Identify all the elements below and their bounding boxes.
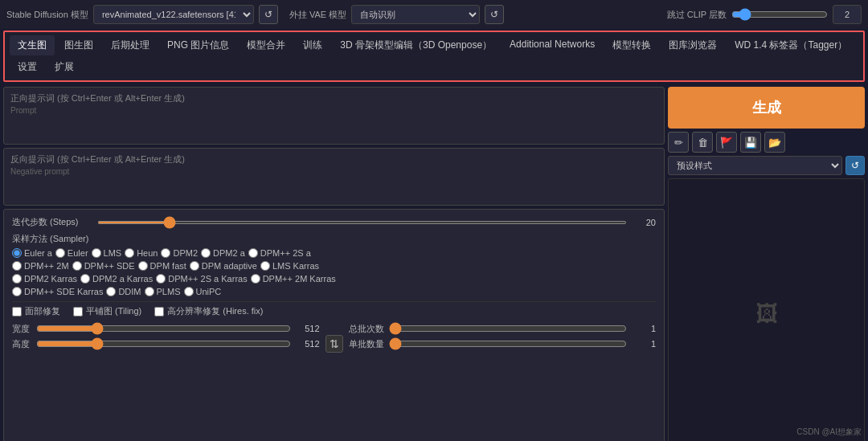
pencil-btn[interactable]: ✏ <box>668 132 689 153</box>
height-row: 高度 512 <box>12 337 320 350</box>
dimensions-section: 宽度 512 高度 512 ⇅ 总批次数 <box>12 322 656 353</box>
sampler-label: 采样方法 (Sampler) <box>12 233 656 245</box>
preset-reload-btn[interactable]: ↺ <box>845 156 865 175</box>
tab-txt2img[interactable]: 文生图 <box>10 35 55 55</box>
preset-row: 预设样式 ↺ <box>668 156 865 175</box>
sampler-unipc[interactable]: UniPC <box>184 287 222 296</box>
sampler-dpppp2sa-karras[interactable]: DPM++ 2S a Karras <box>156 274 247 284</box>
sampler-dpm-fast[interactable]: DPM fast <box>138 261 186 271</box>
sampler-dpm2[interactable]: DPM2 <box>161 248 198 258</box>
save-btn[interactable]: 💾 <box>740 132 761 153</box>
image-preview: 🖼 <box>668 178 865 441</box>
width-row: 宽度 512 <box>12 322 320 335</box>
sampler-dpppp-sde[interactable]: DPM++ SDE <box>72 261 135 271</box>
batch-count-label: 总批次数 <box>349 323 384 335</box>
sampler-dpm2a-karras[interactable]: DPM2 a Karras <box>80 274 153 284</box>
action-bar: ✏ 🗑 🚩 💾 📂 <box>668 132 865 153</box>
batch-size-row: 单批数量 1 <box>349 337 657 350</box>
width-value: 512 <box>296 324 320 333</box>
folder-btn[interactable]: 📂 <box>764 132 785 153</box>
steps-value: 20 <box>632 218 656 227</box>
sampler-euler-a[interactable]: Euler a <box>12 248 52 258</box>
sampler-dpppp-sde-karras[interactable]: DPM++ SDE Karras <box>12 287 103 296</box>
wh-left-group: 宽度 512 高度 512 <box>12 322 320 350</box>
tab-convert[interactable]: 模型转换 <box>604 35 659 55</box>
sampler-heun[interactable]: Heun <box>125 248 158 258</box>
tab-settings[interactable]: 设置 <box>10 57 45 77</box>
left-panel: 正向提示词 (按 Ctrl+Enter 或 Alt+Enter 生成) Prom… <box>3 87 665 441</box>
vae-refresh-btn[interactable]: ↺ <box>485 5 504 24</box>
tab-train[interactable]: 训练 <box>295 35 330 55</box>
tab-merge[interactable]: 模型合并 <box>239 35 293 55</box>
nav-tabs: 文生图 图生图 后期处理 PNG 图片信息 模型合并 训练 3D 骨架模型编辑（… <box>3 31 865 82</box>
image-placeholder-icon: 🖼 <box>755 300 778 327</box>
sampler-euler[interactable]: Euler <box>55 248 88 258</box>
steps-row: 迭代步数 (Steps) 20 <box>12 216 656 228</box>
clip-value-input[interactable] <box>833 5 862 24</box>
sampler-ddim[interactable]: DDIM <box>106 287 141 296</box>
batch-count-value: 1 <box>632 324 656 333</box>
clip-slider[interactable] <box>731 8 828 21</box>
tab-additional-networks[interactable]: Additional Networks <box>502 35 603 55</box>
vae-label: 外挂 VAE 模型 <box>289 9 346 21</box>
height-value: 512 <box>296 339 320 349</box>
width-label: 宽度 <box>12 323 31 335</box>
sampler-plms[interactable]: PLMS <box>145 287 181 296</box>
preset-select[interactable]: 预设样式 <box>668 156 842 175</box>
tab-postprocess[interactable]: 后期处理 <box>103 35 158 55</box>
model-refresh-btn[interactable]: ↺ <box>259 5 278 24</box>
batch-size-value: 1 <box>632 339 656 349</box>
sampler-row4: DPM++ SDE Karras DDIM PLMS UniPC <box>12 287 656 296</box>
width-slider[interactable] <box>36 322 291 335</box>
tab-tagger[interactable]: WD 1.4 标签器（Tagger） <box>727 35 855 55</box>
sampler-section: 采样方法 (Sampler) Euler a Euler LMS Heun DP… <box>12 233 656 296</box>
batch-count-row: 总批次数 1 <box>349 322 657 335</box>
tiling-checkbox[interactable]: 平铺图 (Tiling) <box>73 305 141 317</box>
vae-select[interactable]: 自动识别 <box>351 5 480 24</box>
steps-label: 迭代步数 (Steps) <box>12 216 92 228</box>
face-restore-checkbox[interactable]: 面部修复 <box>12 305 60 317</box>
sampler-row3: DPM2 Karras DPM2 a Karras DPM++ 2S a Kar… <box>12 274 656 284</box>
swap-dimensions-btn[interactable]: ⇅ <box>326 335 343 353</box>
right-panel: 生成 ✏ 🗑 🚩 💾 📂 预设样式 ↺ 🖼 <box>668 87 865 441</box>
clip-slider-container <box>731 5 862 24</box>
clip-label: 跳过 CLIP 层数 <box>667 9 727 21</box>
sampler-lms[interactable]: LMS <box>92 248 122 258</box>
settings-panel: 迭代步数 (Steps) 20 采样方法 (Sampler) Euler a E… <box>3 209 665 441</box>
tab-browser[interactable]: 图库浏览器 <box>661 35 725 55</box>
options-row: 面部修复 平铺图 (Tiling) 高分辨率修复 (Hires. fix) <box>12 305 656 317</box>
swap-btn-container: ⇅ <box>325 322 344 353</box>
trash-btn[interactable]: 🗑 <box>692 132 713 153</box>
batch-group: 总批次数 1 单批数量 1 <box>349 322 657 350</box>
top-bar: Stable Diffusion 模型 revAnimated_v122.saf… <box>0 0 868 29</box>
batch-count-slider[interactable] <box>389 322 628 335</box>
steps-slider[interactable] <box>97 221 627 224</box>
sampler-dpppp2m-karras[interactable]: DPM++ 2M Karras <box>251 274 336 284</box>
sampler-row2: DPM++ 2M DPM++ SDE DPM fast DPM adaptive… <box>12 261 656 271</box>
sampler-row1: Euler a Euler LMS Heun DPM2 DPM2 a DPM++… <box>12 248 656 258</box>
negative-prompt-box: 反向提示词 (按 Ctrl+Enter 或 Alt+Enter 生成) Nega… <box>3 148 665 206</box>
sampler-dpppp2m[interactable]: DPM++ 2M <box>12 261 69 271</box>
watermark: CSDN @AI想象家 <box>796 427 862 438</box>
main-content: 正向提示词 (按 Ctrl+Enter 或 Alt+Enter 生成) Prom… <box>0 84 868 441</box>
height-slider[interactable] <box>36 337 291 350</box>
sampler-dpppp2sa[interactable]: DPM++ 2S a <box>248 248 311 258</box>
tab-pnginfo[interactable]: PNG 图片信息 <box>159 35 237 55</box>
flag-btn[interactable]: 🚩 <box>716 132 737 153</box>
positive-prompt-box: 正向提示词 (按 Ctrl+Enter 或 Alt+Enter 生成) Prom… <box>3 87 665 145</box>
batch-size-slider[interactable] <box>389 337 628 350</box>
height-label: 高度 <box>12 338 31 350</box>
model-select[interactable]: revAnimated_v122.safetensors [4199bcdd14… <box>93 5 254 24</box>
sampler-lms-karras[interactable]: LMS Karras <box>260 261 319 271</box>
model-label: Stable Diffusion 模型 <box>6 9 88 21</box>
sampler-dpm-adaptive[interactable]: DPM adaptive <box>190 261 257 271</box>
tab-openpose[interactable]: 3D 骨架模型编辑（3D Openpose） <box>332 35 500 55</box>
hires-checkbox[interactable]: 高分辨率修复 (Hires. fix) <box>154 305 263 317</box>
negative-prompt-textarea[interactable] <box>4 149 664 205</box>
sampler-dpm2-karras[interactable]: DPM2 Karras <box>12 274 77 284</box>
sampler-dpm2-a[interactable]: DPM2 a <box>201 248 245 258</box>
generate-button[interactable]: 生成 <box>668 87 865 129</box>
positive-prompt-textarea[interactable] <box>4 88 664 144</box>
tab-img2img[interactable]: 图生图 <box>56 35 101 55</box>
tab-extensions[interactable]: 扩展 <box>47 57 82 77</box>
